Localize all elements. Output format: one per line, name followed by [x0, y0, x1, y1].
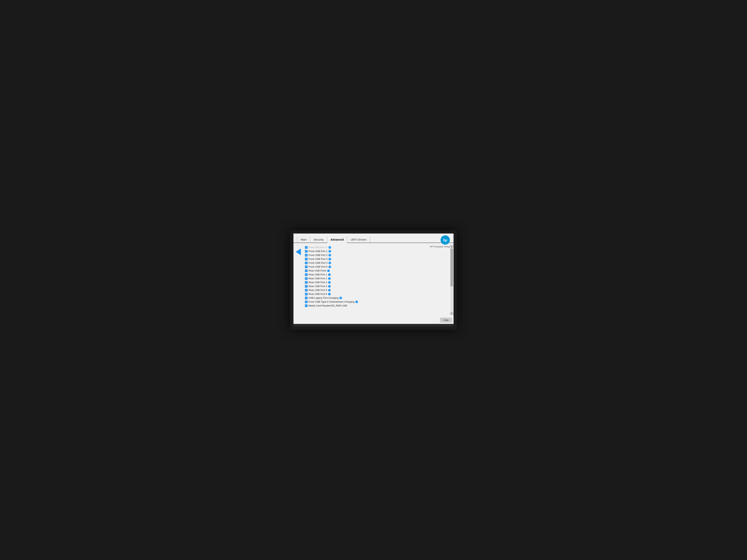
item-label-front-usb-port-5: Front USB Port 5: [308, 265, 328, 268]
scroll-up-button[interactable]: ▲: [450, 245, 453, 248]
checkbox-front-usb-typec[interactable]: ✓: [305, 300, 308, 303]
checkbox-checked-icon: ✓: [305, 266, 308, 268]
help-btn-area: Help: [293, 317, 454, 324]
item-label-front-usb-typec: Front USB Type-C Downstream Charging: [308, 300, 354, 303]
help-icon-rear-usb-port-6[interactable]: ?: [328, 293, 331, 295]
item-label-front-usb-port-2: Front USB Port 2: [308, 254, 328, 257]
item-label-front-usb-port-3: Front USB Port 3: [308, 258, 328, 260]
tab-advanced[interactable]: Advanced: [327, 237, 347, 243]
help-icon-usb-legacy-charging[interactable]: ?: [339, 297, 342, 299]
help-icon-rear-usb-port-2[interactable]: ?: [328, 277, 331, 280]
help-icon-rear-usb-port-5[interactable]: ?: [328, 289, 331, 292]
content-area: ✓ Front USB Ports ▼ ? ✓ Front USB Port 1…: [293, 243, 454, 317]
list-item-front-usb-port-2[interactable]: ✓ Front USB Port 2 ?: [305, 253, 450, 257]
monitor-stand: [293, 324, 454, 326]
scroll-thumb[interactable]: [450, 248, 453, 286]
checkbox-rear-usb-ports[interactable]: ✓: [305, 269, 308, 272]
nav-bar: Main Security Advanced UEFI Drivers hp H…: [293, 234, 454, 243]
tab-security[interactable]: Security: [310, 237, 327, 243]
hp-circle-icon: hp: [441, 235, 450, 245]
list-item-front-usb-ports-header[interactable]: ✓ Front USB Ports ▼ ?: [305, 245, 450, 249]
monitor: Main Security Advanced UEFI Drivers hp H…: [290, 230, 457, 330]
list-item-rear-usb-port-4[interactable]: ✓ Rear USB Port 4 ?: [305, 284, 450, 288]
checkbox-rear-usb-port-1[interactable]: ✓: [305, 273, 308, 276]
help-button[interactable]: Help: [440, 318, 452, 322]
item-label-usb-legacy-charging: USB Legacy Port Charging: [308, 296, 338, 299]
tab-main[interactable]: Main: [297, 237, 310, 243]
help-icon-front-usb-port-5[interactable]: ?: [329, 266, 331, 268]
item-label-front-usb-port-4: Front USB Port 4: [308, 262, 328, 264]
help-icon-front-usb-port-4[interactable]: ?: [329, 262, 331, 264]
help-icon-front-usb-typec[interactable]: ?: [355, 300, 358, 303]
checkbox-media-card-reader[interactable]: ✓: [305, 304, 308, 307]
list-item-front-usb-port-5[interactable]: ✓ Front USB Port 5 ?: [305, 265, 450, 269]
list-item-rear-usb-port-1[interactable]: ✓ Rear USB Port 1 ?: [305, 273, 450, 276]
list-item-front-usb-port-1[interactable]: ✓ Front USB Port 1 ?: [305, 249, 450, 253]
list-item-front-usb-port-3[interactable]: ✓ Front USB Port 3 ?: [305, 257, 450, 261]
list-item-rear-usb-port-6[interactable]: ✓ Rear USB Port 6 ?: [305, 292, 450, 296]
checkbox-checked-icon: ✓: [305, 273, 308, 276]
checkbox-rear-usb-port-2[interactable]: ✓: [305, 277, 308, 280]
list-item-usb-legacy-charging[interactable]: ✓ USB Legacy Port Charging ?: [305, 296, 450, 300]
checkbox-checked-icon: ✓: [305, 304, 308, 307]
scroll-track[interactable]: [450, 248, 453, 312]
item-label-front-usb-ports: Front USB Ports ▼: [308, 246, 328, 249]
checkbox-front-usb-port-2[interactable]: ✓: [305, 254, 308, 257]
list-item-front-usb-typec[interactable]: ✓ Front USB Type-C Downstream Charging ?: [305, 300, 450, 304]
checkbox-checked-icon: ✓: [305, 254, 308, 257]
item-label-rear-usb-ports: Rear USB Ports: [308, 269, 326, 272]
checkbox-front-usb-port-1[interactable]: ✓: [305, 250, 308, 252]
help-icon-front-usb-ports[interactable]: ?: [329, 246, 331, 249]
checkbox-checked-icon: ✓: [305, 277, 308, 280]
checkbox-rear-usb-port-4[interactable]: ✓: [305, 285, 308, 288]
item-label-rear-usb-port-6: Rear USB Port 6: [308, 293, 327, 295]
tab-uefi[interactable]: UEFI Drivers: [347, 237, 370, 243]
checkbox-rear-usb-port-3[interactable]: ✓: [305, 281, 308, 284]
item-label-front-usb-port-1: Front USB Port 1: [308, 250, 328, 252]
bios-screen: Main Security Advanced UEFI Drivers hp H…: [293, 234, 454, 324]
checkbox-rear-usb-port-5[interactable]: ✓: [305, 289, 308, 292]
item-label-rear-usb-port-2: Rear USB Port 2: [308, 277, 327, 280]
help-icon-front-usb-port-2[interactable]: ?: [329, 254, 331, 257]
help-icon-rear-usb-port-1[interactable]: ?: [328, 273, 331, 276]
checkbox-checked-icon: ✓: [305, 262, 308, 264]
item-label-rear-usb-port-5: Rear USB Port 5: [308, 289, 327, 292]
back-arrow-area: [293, 245, 303, 315]
help-icon-rear-usb-port-3[interactable]: ?: [328, 281, 331, 284]
checkbox-checked-icon: ✓: [305, 246, 308, 249]
checkbox-front-usb-ports[interactable]: ✓: [305, 246, 308, 249]
checkbox-front-usb-port-3[interactable]: ✓: [305, 258, 308, 260]
item-label-rear-usb-port-1: Rear USB Port 1: [308, 273, 327, 276]
item-label-rear-usb-port-3: Rear USB Port 3: [308, 281, 327, 284]
checkbox-rear-usb-port-6[interactable]: ✓: [305, 293, 308, 295]
checkbox-checked-icon: ✓: [305, 258, 308, 260]
checkbox-front-usb-port-4[interactable]: ✓: [305, 262, 308, 264]
checkbox-checked-icon: ✓: [305, 250, 308, 252]
help-icon-rear-usb-ports[interactable]: ?: [327, 269, 330, 272]
scrollbar: ▲ ▼: [450, 245, 454, 315]
help-icon-front-usb-port-1[interactable]: ?: [329, 250, 331, 252]
help-icon-rear-usb-port-4[interactable]: ?: [328, 285, 331, 288]
help-icon-front-usb-port-3[interactable]: ?: [329, 258, 331, 260]
scroll-down-button[interactable]: ▼: [450, 312, 453, 315]
list-item-media-card-reader[interactable]: ✓ Media Card Reader/SD_RDR USB: [305, 304, 450, 308]
item-label-rear-usb-port-4: Rear USB Port 4: [308, 285, 327, 288]
hp-logo: hp: [441, 235, 450, 245]
checkbox-checked-icon: ✓: [305, 289, 308, 292]
back-arrow-icon[interactable]: [296, 248, 301, 255]
checkbox-checked-icon: ✓: [305, 297, 308, 299]
list-item-rear-usb-port-2[interactable]: ✓ Rear USB Port 2 ?: [305, 276, 450, 281]
list-item-rear-usb-port-3[interactable]: ✓ Rear USB Port 3 ?: [305, 281, 450, 284]
list-item-rear-usb-port-5[interactable]: ✓ Rear USB Port 5 ?: [305, 288, 450, 292]
checkbox-checked-icon: ✓: [305, 269, 308, 272]
item-label-media-card-reader: Media Card Reader/SD_RDR USB: [308, 304, 347, 307]
checkbox-checked-icon: ✓: [305, 285, 308, 288]
hp-subtitle: HP Computer Setup: [430, 245, 450, 248]
checkbox-front-usb-port-5[interactable]: ✓: [305, 266, 308, 268]
checkbox-usb-legacy-charging[interactable]: ✓: [305, 297, 308, 299]
items-list: ✓ Front USB Ports ▼ ? ✓ Front USB Port 1…: [303, 245, 450, 315]
list-item-rear-usb-ports[interactable]: ✓ Rear USB Ports ?: [305, 269, 450, 273]
list-item-front-usb-port-4[interactable]: ✓ Front USB Port 4 ?: [305, 261, 450, 265]
checkbox-checked-icon: ✓: [305, 300, 308, 303]
checkbox-checked-icon: ✓: [305, 281, 308, 284]
